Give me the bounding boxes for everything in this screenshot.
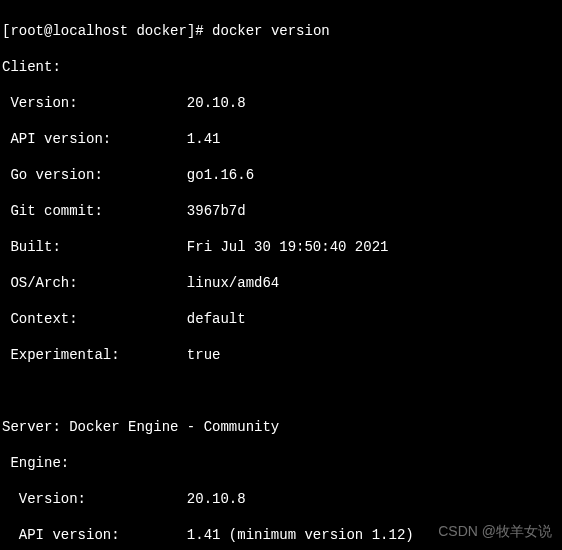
kv-label: OS/Arch:: [2, 275, 187, 291]
kv-row: Git commit: 3967b7d: [2, 202, 560, 220]
kv-label: Git commit:: [2, 203, 187, 219]
client-header: Client:: [2, 58, 560, 76]
kv-row: API version: 1.41: [2, 130, 560, 148]
prompt-line: [root@localhost docker]# docker version: [2, 22, 560, 40]
kv-value: Fri Jul 30 19:50:40 2021: [187, 239, 389, 255]
kv-row: Go version: go1.16.6: [2, 166, 560, 184]
kv-value: 1.41 (minimum version 1.12): [187, 527, 414, 543]
kv-row: Context: default: [2, 310, 560, 328]
prompt-user: root: [10, 23, 44, 39]
kv-value: go1.16.6: [187, 167, 254, 183]
prompt-symbol: #: [195, 23, 203, 39]
command-text[interactable]: docker version: [212, 23, 330, 39]
kv-row: Version: 20.10.8: [2, 490, 560, 508]
kv-row: Built: Fri Jul 30 19:50:40 2021: [2, 238, 560, 256]
kv-row: Version: 20.10.8: [2, 94, 560, 112]
kv-value: true: [187, 347, 221, 363]
kv-value: default: [187, 311, 246, 327]
prompt-cwd: docker: [136, 23, 186, 39]
kv-label: Built:: [2, 239, 187, 255]
kv-label: Version:: [2, 491, 187, 507]
kv-label: Go version:: [2, 167, 187, 183]
kv-row: API version: 1.41 (minimum version 1.12): [2, 526, 560, 544]
kv-row: Experimental: true: [2, 346, 560, 364]
kv-value: linux/amd64: [187, 275, 279, 291]
kv-value: 20.10.8: [187, 491, 246, 507]
kv-value: 20.10.8: [187, 95, 246, 111]
kv-label: Context:: [2, 311, 187, 327]
kv-value: 3967b7d: [187, 203, 246, 219]
kv-row: OS/Arch: linux/amd64: [2, 274, 560, 292]
kv-label: API version:: [2, 131, 187, 147]
kv-label: API version:: [2, 527, 187, 543]
blank-line: [2, 382, 560, 400]
terminal-output: [root@localhost docker]# docker version …: [2, 4, 560, 550]
kv-label: Version:: [2, 95, 187, 111]
engine-label: Engine:: [2, 454, 560, 472]
kv-label: Experimental:: [2, 347, 187, 363]
prompt-host: localhost: [52, 23, 128, 39]
kv-value: 1.41: [187, 131, 221, 147]
server-header: Server: Docker Engine - Community: [2, 418, 560, 436]
